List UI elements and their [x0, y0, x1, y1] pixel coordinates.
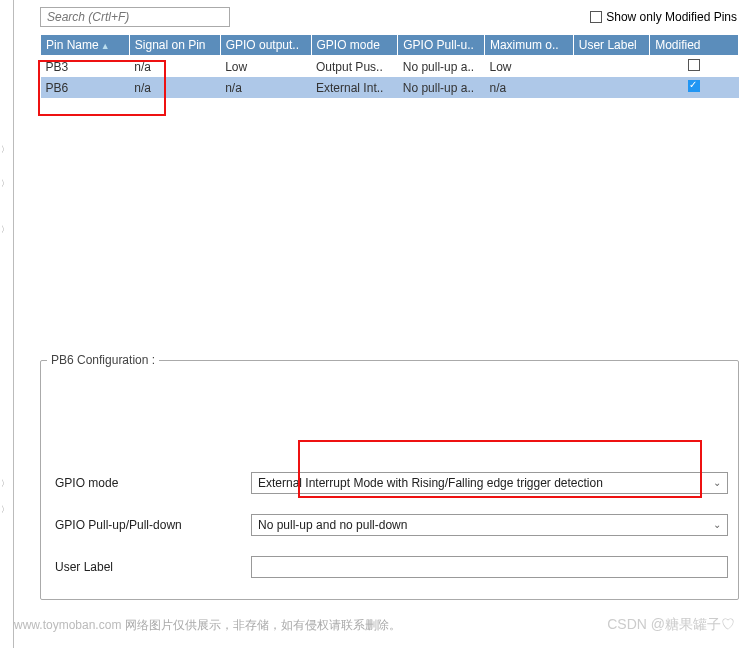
- show-modified-label: Show only Modified Pins: [606, 10, 737, 24]
- select-value: External Interrupt Mode with Rising/Fall…: [258, 476, 603, 490]
- col-header[interactable]: GPIO mode: [311, 35, 398, 56]
- pins-table: Pin Name▲Signal on PinGPIO output..GPIO …: [40, 34, 739, 98]
- col-header[interactable]: Maximum o..: [484, 35, 573, 56]
- col-header[interactable]: Pin Name▲: [41, 35, 130, 56]
- col-header[interactable]: GPIO Pull-u..: [398, 35, 485, 56]
- table-cell: Low: [220, 56, 311, 78]
- modified-cell[interactable]: [650, 77, 739, 98]
- config-title: PB6 Configuration :: [47, 353, 159, 367]
- config-group: PB6 Configuration : GPIO modeExternal In…: [40, 360, 739, 600]
- form-select[interactable]: No pull-up and no pull-down⌄: [251, 514, 728, 536]
- table-cell: [573, 56, 649, 78]
- modified-cell[interactable]: [650, 56, 739, 78]
- search-input[interactable]: [40, 7, 230, 27]
- table-cell: n/a: [484, 77, 573, 98]
- col-header[interactable]: User Label: [573, 35, 649, 56]
- table-row[interactable]: PB3n/aLowOutput Pus..No pull-up a..Low: [41, 56, 739, 78]
- table-cell: n/a: [220, 77, 311, 98]
- checkbox-icon: [688, 80, 700, 92]
- table-cell: n/a: [129, 56, 220, 78]
- gutter-handle-icon[interactable]: 〉: [1, 144, 11, 152]
- form-input[interactable]: [251, 556, 728, 578]
- table-cell: No pull-up a..: [398, 77, 485, 98]
- table-cell: PB6: [41, 77, 130, 98]
- show-modified-checkbox[interactable]: Show only Modified Pins: [590, 10, 737, 24]
- sort-asc-icon: ▲: [101, 41, 110, 51]
- form-label: User Label: [41, 560, 251, 574]
- table-cell: Output Pus..: [311, 56, 398, 78]
- footer-right: CSDN @糖果罐子♡: [607, 616, 735, 634]
- form-select[interactable]: External Interrupt Mode with Rising/Fall…: [251, 472, 728, 494]
- chevron-down-icon: ⌄: [713, 519, 721, 530]
- select-value: No pull-up and no pull-down: [258, 518, 407, 532]
- form-label: GPIO mode: [41, 476, 251, 490]
- footer-left: www.toymoban.com 网络图片仅供展示，非存储，如有侵权请联系删除。: [14, 617, 401, 634]
- col-header[interactable]: Signal on Pin: [129, 35, 220, 56]
- form-label: GPIO Pull-up/Pull-down: [41, 518, 251, 532]
- checkbox-icon: [688, 59, 700, 71]
- checkbox-icon: [590, 11, 602, 23]
- table-row[interactable]: PB6n/an/aExternal Int..No pull-up a..n/a: [41, 77, 739, 98]
- gutter-handle-icon[interactable]: 〉: [1, 478, 11, 486]
- table-cell: No pull-up a..: [398, 56, 485, 78]
- table-cell: [573, 77, 649, 98]
- col-header[interactable]: Modified: [650, 35, 739, 56]
- table-cell: n/a: [129, 77, 220, 98]
- table-cell: External Int..: [311, 77, 398, 98]
- table-cell: PB3: [41, 56, 130, 78]
- gutter-handle-icon[interactable]: 〉: [1, 178, 11, 186]
- chevron-down-icon: ⌄: [713, 477, 721, 488]
- col-header[interactable]: GPIO output..: [220, 35, 311, 56]
- gutter-handle-icon[interactable]: 〉: [1, 224, 11, 232]
- left-gutter: 〉 〉 〉 〉 〉: [0, 0, 14, 648]
- table-cell: Low: [484, 56, 573, 78]
- gutter-handle-icon[interactable]: 〉: [1, 504, 11, 512]
